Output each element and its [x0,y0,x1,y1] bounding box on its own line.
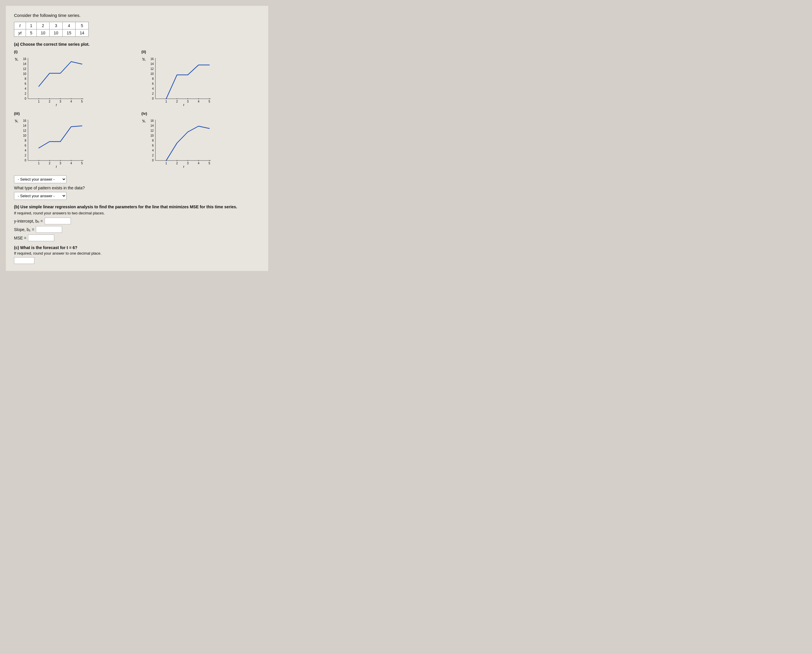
svg-text:0: 0 [25,97,26,100]
svg-text:1: 1 [38,162,40,165]
svg-text:2: 2 [49,100,51,103]
mse-label: MSE = [14,236,26,240]
svg-text:5: 5 [81,100,83,103]
plot-iii-label: (iii) [14,111,133,116]
plot-i-svg: 0 2 4 6 8 10 12 14 16 1 2 3 4 5 [19,55,86,107]
y-intercept-label: y-intercept, b₀ = [14,219,43,223]
svg-text:6: 6 [25,82,26,86]
plot-i: (i) yt 0 2 4 6 8 10 [14,49,133,108]
svg-text:4: 4 [70,162,72,165]
svg-text:14: 14 [23,62,26,66]
svg-text:3: 3 [187,162,188,165]
svg-text:3: 3 [60,100,61,103]
svg-text:4: 4 [70,100,72,103]
svg-text:4: 4 [152,149,154,152]
svg-text:t: t [56,165,57,168]
plot-i-label: (i) [14,49,133,54]
plot-iii-yaxis: yt [14,120,18,122]
plot-iii-chart: 0 2 4 6 8 10 12 14 16 1 2 3 4 5 [19,117,86,170]
svg-text:5: 5 [81,162,83,165]
select-answer-dropdown-1[interactable]: - Select your answer - i ii iii iv [14,176,66,183]
svg-text:3: 3 [187,100,188,103]
y-intercept-row: y-intercept, b₀ = [14,218,260,224]
svg-text:16: 16 [150,119,154,122]
plot-i-chart: 0 2 4 6 8 10 12 14 16 1 2 3 4 5 [19,55,86,108]
plot-ii-yaxis: yt [141,58,146,61]
svg-text:t: t [183,165,184,168]
svg-text:2: 2 [152,92,154,95]
plot-iii-svg: 0 2 4 6 8 10 12 14 16 1 2 3 4 5 [19,117,86,169]
plot-iii: (iii) yt 0 2 4 6 8 10 12 14 16 [14,111,133,170]
svg-text:3: 3 [60,162,61,165]
plot-iv-chart: 0 2 4 6 8 10 12 14 16 1 2 3 4 5 [147,117,214,170]
plot-ii-svg: 0 2 4 6 8 10 12 14 16 1 2 3 4 5 [147,55,214,107]
mse-input[interactable] [28,234,54,241]
what-type-label: What type of pattern exists in the data? [14,186,260,190]
plot-iv-area: yt 0 2 4 6 8 10 12 14 16 1 [141,117,260,170]
svg-text:t: t [183,103,184,107]
plot-ii-label: (ii) [141,49,260,54]
plot-iv: (iv) yt 0 2 4 6 8 10 12 14 16 [141,111,260,170]
page: Consider the following time series. t123… [6,6,268,271]
svg-text:8: 8 [152,139,154,142]
svg-text:5: 5 [208,162,210,165]
svg-text:2: 2 [176,100,178,103]
part-b-subtitle: If required, round your answers to two d… [14,211,260,215]
svg-text:4: 4 [198,100,199,103]
plot-iv-yaxis: yt [141,120,146,122]
svg-text:4: 4 [152,87,154,90]
svg-text:14: 14 [150,62,154,66]
part-a-label: (a) Choose the correct time series plot. [14,42,260,47]
svg-text:4: 4 [25,87,26,90]
svg-text:8: 8 [25,77,26,80]
svg-text:8: 8 [152,77,154,80]
svg-text:16: 16 [150,57,154,61]
select-answer-dropdown-2[interactable]: - Select your answer - Linear trend Seas… [14,192,66,200]
svg-text:4: 4 [25,149,26,152]
svg-text:0: 0 [152,159,154,162]
svg-text:1: 1 [165,162,167,165]
svg-text:14: 14 [23,124,26,127]
plot-ii: (ii) yt 0 2 4 6 8 10 12 14 16 [141,49,260,108]
y-intercept-input[interactable] [44,218,71,224]
slope-input[interactable] [36,226,62,233]
svg-text:2: 2 [49,162,51,165]
plot-i-area: yt 0 2 4 6 8 10 12 [14,55,133,108]
mse-row: MSE = [14,234,260,241]
svg-text:6: 6 [25,144,26,147]
plots-grid: (i) yt 0 2 4 6 8 10 [14,49,260,170]
svg-text:12: 12 [150,129,154,132]
plot-iv-label: (iv) [141,111,260,116]
svg-text:10: 10 [23,134,26,137]
svg-text:5: 5 [208,100,210,103]
slope-label: Slope, b₁ = [14,227,34,232]
svg-text:14: 14 [150,124,154,127]
svg-text:t: t [56,103,57,107]
svg-text:12: 12 [23,67,26,70]
part-c-input[interactable] [14,257,34,264]
svg-text:6: 6 [152,144,154,147]
plot-i-yaxis: yt [14,58,18,61]
page-title: Consider the following time series. [14,13,260,18]
svg-text:0: 0 [25,159,26,162]
plot-ii-chart: 0 2 4 6 8 10 12 14 16 1 2 3 4 5 [147,55,214,108]
svg-text:10: 10 [150,134,154,137]
part-b-title: (b) Use simple linear regression analysi… [14,205,260,209]
part-c-subtitle: If required, round your answer to one de… [14,251,260,255]
svg-text:2: 2 [25,92,26,95]
plot-ii-area: yt 0 2 4 6 8 10 12 14 16 1 [141,55,260,108]
svg-text:16: 16 [23,57,26,61]
svg-text:12: 12 [23,129,26,132]
svg-text:2: 2 [176,162,178,165]
svg-text:12: 12 [150,67,154,70]
select-answer-row-1: - Select your answer - i ii iii iv [14,176,260,183]
plot-iii-area: yt 0 2 4 6 8 10 12 14 16 1 [14,117,133,170]
plot-iv-svg: 0 2 4 6 8 10 12 14 16 1 2 3 4 5 [147,117,214,169]
svg-text:10: 10 [150,72,154,75]
svg-text:0: 0 [152,97,154,100]
part-c-title: (c) What is the forecast for t = 6? [14,245,260,250]
svg-text:10: 10 [23,72,26,75]
data-table: t12345yt510101514 [14,22,89,37]
svg-text:1: 1 [165,100,167,103]
svg-text:8: 8 [25,139,26,142]
